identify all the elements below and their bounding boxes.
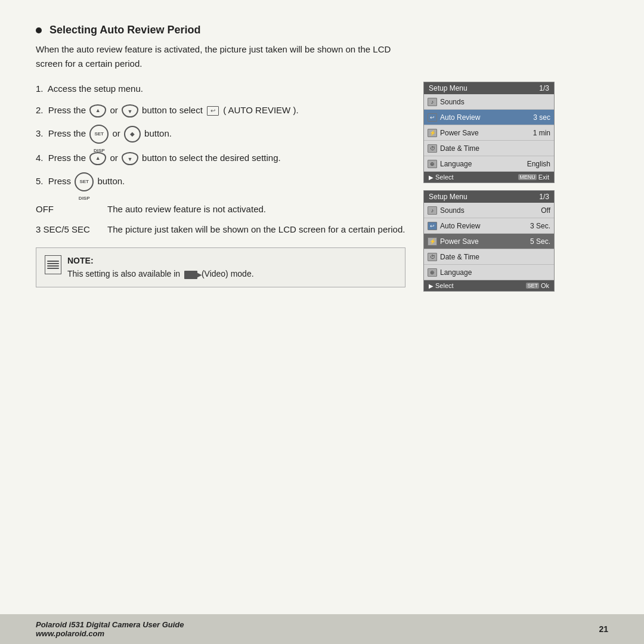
menu1-row-sounds: ♪ Sounds bbox=[424, 94, 554, 110]
off-label: OFF bbox=[36, 202, 107, 216]
note-title: NOTE: bbox=[67, 256, 94, 265]
menu1-language-value: English bbox=[527, 160, 550, 168]
menu1-footer-select: ▶ Select bbox=[429, 174, 454, 181]
menu2-header-page: 1/3 bbox=[539, 193, 549, 201]
menu2-row-datetime: ⏱ Date & Time bbox=[424, 249, 554, 265]
menu2-row-autoreview: ↩ Auto Review 3 Sec. bbox=[424, 218, 554, 234]
footer-website: www.polaroid.com bbox=[36, 629, 184, 638]
steps-area: 1. Access the setup menu. 2. Press the o… bbox=[36, 82, 405, 292]
menu2-powersave-value: 5 Sec. bbox=[530, 237, 550, 246]
powersave-icon: ⚡ bbox=[428, 129, 437, 137]
video-icon bbox=[184, 271, 197, 279]
sounds-icon: ♪ bbox=[428, 98, 437, 106]
menu1-row-autoreview: ↩ Auto Review 3 sec bbox=[424, 110, 554, 125]
menu1-powersave-label: Power Save bbox=[440, 129, 533, 137]
menu1-row-datetime: ⏱ Date & Time bbox=[424, 141, 554, 156]
page: Selecting Auto Review Period When the au… bbox=[0, 0, 644, 644]
note-text2: (Video) mode. bbox=[202, 269, 254, 278]
menu1-autoreview-value: 3 sec bbox=[533, 113, 550, 122]
step-1: 1. Access the setup menu. bbox=[36, 82, 405, 96]
page-title: Selecting Auto Review Period bbox=[49, 24, 200, 36]
step-4: 4. Press the or button to select the des… bbox=[36, 151, 405, 165]
menu1-exit-label: Exit bbox=[538, 174, 549, 181]
info-off: OFF The auto review feature is not activ… bbox=[36, 202, 405, 216]
menu2-row-language: ⊕ Language bbox=[424, 265, 554, 280]
info-sec: 3 SEC/5 SEC The picture just taken will … bbox=[36, 222, 405, 237]
menu1-sounds-label: Sounds bbox=[440, 98, 550, 106]
menu2-autoreview-label: Auto Review bbox=[440, 222, 530, 230]
menu1-header: Setup Menu 1/3 bbox=[424, 82, 554, 94]
menu1-datetime-label: Date & Time bbox=[440, 144, 550, 153]
menu2-language-label: Language bbox=[440, 268, 550, 277]
menu1-powersave-value: 1 min bbox=[533, 129, 550, 137]
menu2-autoreview-value: 3 Sec. bbox=[530, 222, 550, 230]
menu2-footer-select: ▶ Select bbox=[429, 282, 454, 289]
sounds-icon-2: ♪ bbox=[428, 206, 437, 215]
footer-brand-area: Polaroid i531 Digital Camera User Guide … bbox=[36, 620, 184, 638]
note-icon bbox=[45, 255, 61, 274]
menu1-row-language: ⊕ Language English bbox=[424, 156, 554, 172]
step-3: 3. Press the SETDISP or button. bbox=[36, 125, 405, 144]
footer-brand: Polaroid i531 Digital Camera User Guide bbox=[36, 620, 184, 629]
menu1-select-label: Select bbox=[435, 174, 454, 181]
section-title: Selecting Auto Review Period bbox=[36, 24, 608, 36]
down-button-icon bbox=[122, 104, 138, 117]
set-button-icon: SETDISP bbox=[89, 125, 109, 144]
menu2-header-label: Setup Menu bbox=[429, 193, 467, 201]
setup-menu-2: Setup Menu 1/3 ♪ Sounds Off ↩ Auto Revie… bbox=[423, 190, 555, 292]
menu2-datetime-label: Date & Time bbox=[440, 253, 550, 261]
menus-area: Setup Menu 1/3 ♪ Sounds ↩ Auto Review 3 … bbox=[423, 82, 555, 292]
menu1-header-label: Setup Menu bbox=[429, 84, 467, 92]
info-section: OFF The auto review feature is not activ… bbox=[36, 202, 405, 237]
menu2-row-sounds: ♪ Sounds Off bbox=[424, 203, 554, 218]
page-footer: Polaroid i531 Digital Camera User Guide … bbox=[0, 614, 644, 644]
menu2-footer-ok: SET Ok bbox=[526, 282, 549, 289]
up-button-icon bbox=[89, 104, 106, 117]
language-icon-2: ⊕ bbox=[428, 268, 437, 277]
datetime-icon-2: ⏱ bbox=[428, 253, 437, 261]
menu2-ok-key: SET bbox=[526, 283, 539, 289]
autoreview-icon: ↩ bbox=[428, 113, 437, 122]
menu1-footer-exit: MENU Exit bbox=[518, 174, 549, 181]
powersave-icon-2: ⚡ bbox=[428, 237, 437, 246]
auto-review-icon bbox=[207, 106, 219, 116]
menu1-autoreview-label: Auto Review bbox=[440, 113, 533, 122]
autoreview-icon-2: ↩ bbox=[428, 222, 437, 230]
menu2-header: Setup Menu 1/3 bbox=[424, 191, 554, 203]
menu2-powersave-label: Power Save bbox=[440, 237, 530, 246]
up-button-icon-2 bbox=[89, 152, 106, 165]
menu2-sounds-value: Off bbox=[541, 206, 550, 215]
off-desc: The auto review feature is not activated… bbox=[107, 202, 405, 216]
language-icon: ⊕ bbox=[428, 160, 437, 168]
sec-label: 3 SEC/5 SEC bbox=[36, 222, 107, 237]
step-2: 2. Press the or button to select ( AUTO … bbox=[36, 103, 405, 117]
note-text: This setting is also available in bbox=[67, 269, 180, 278]
set-button-icon-2: SETDISP bbox=[75, 172, 94, 191]
menu2-sounds-label: Sounds bbox=[440, 206, 541, 215]
down-button-icon-2 bbox=[122, 152, 138, 165]
bullet-icon bbox=[36, 27, 42, 33]
menu2-ok-label: Ok bbox=[541, 282, 549, 289]
sec-desc: The picture just taken will be shown on … bbox=[107, 222, 405, 237]
menu2-select-label: Select bbox=[435, 282, 454, 289]
menu1-header-page: 1/3 bbox=[539, 84, 549, 92]
content-area: 1. Access the setup menu. 2. Press the o… bbox=[36, 82, 608, 292]
4way-button-icon bbox=[124, 126, 141, 143]
menu1-footer: ▶ Select MENU Exit bbox=[424, 172, 554, 182]
intro-text: When the auto review feature is activate… bbox=[36, 42, 417, 71]
menu1-row-powersave: ⚡ Power Save 1 min bbox=[424, 125, 554, 141]
menu1-language-label: Language bbox=[440, 160, 527, 168]
menu2-row-powersave: ⚡ Power Save 5 Sec. bbox=[424, 234, 554, 249]
note-text-area: NOTE: This setting is also available in … bbox=[67, 254, 254, 281]
menu1-exit-key: MENU bbox=[518, 174, 537, 180]
datetime-icon: ⏱ bbox=[428, 144, 437, 153]
footer-page-number: 21 bbox=[599, 624, 608, 634]
menu2-footer: ▶ Select SET Ok bbox=[424, 280, 554, 291]
note-section: NOTE: This setting is also available in … bbox=[36, 247, 405, 287]
step-5: 5. Press SETDISP button. bbox=[36, 172, 405, 191]
setup-menu-1: Setup Menu 1/3 ♪ Sounds ↩ Auto Review 3 … bbox=[423, 82, 555, 183]
